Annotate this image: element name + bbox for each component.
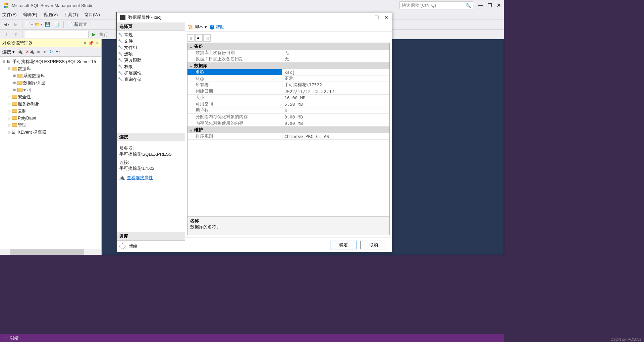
quick-launch-input[interactable]: 快速启动 (Ctrl+Q) 🔍 (399, 1, 473, 9)
script-button[interactable]: 📜脚本▾ (188, 24, 207, 30)
object-explorer-header: 对象资源管理器 ▾ 📌 ✕ (0, 39, 101, 47)
help-icon: ? (210, 25, 214, 30)
horizontal-scrollbar[interactable] (0, 249, 101, 255)
dialog-title-bar: 数据库属性 - xscj — ☐ ✕ (117, 12, 392, 22)
tree-databases[interactable]: ⊟数据库 (1, 65, 101, 72)
open-button[interactable]: 📂 (34, 20, 42, 29)
menu-tools[interactable]: 工具(T) (64, 12, 78, 18)
dialog-minimize-button[interactable]: — (365, 15, 369, 20)
page-filegroups[interactable]: 🔧文件组 (118, 44, 183, 51)
activity-icon[interactable]: 〰 (56, 49, 60, 54)
tree-management[interactable]: ⊞管理 (1, 121, 101, 129)
pin-icon[interactable]: 📌 (88, 41, 94, 46)
menu-view[interactable]: 视图(V) (43, 12, 58, 18)
execute-button[interactable]: ▶ (90, 31, 98, 39)
desc-text: 数据库的名称。 (190, 224, 387, 230)
save-button[interactable]: 💾 (44, 20, 52, 29)
prop-mem-used[interactable]: 内存优化对象使用的内存0.00 MB (187, 120, 389, 127)
page-change-tracking[interactable]: 🔧更改跟踪 (118, 57, 183, 63)
connect-button[interactable]: 连接 ▾ (2, 49, 15, 55)
tree-xevent[interactable]: ⊞⊡XEvent 探查器 (1, 129, 101, 136)
wrench-icon: 🔧 (118, 71, 123, 75)
menu-edit[interactable]: 编辑(E) (23, 12, 37, 18)
page-files[interactable]: 🔧文件 (118, 38, 183, 44)
filter-icon[interactable]: ▼ (42, 49, 47, 54)
tool-1[interactable]: ⬇ (2, 31, 10, 39)
page-options[interactable]: 🔧选项 (118, 51, 183, 57)
server-label: 服务器: (119, 145, 182, 151)
tree-replication[interactable]: ⊞复制 (1, 107, 101, 114)
prop-name[interactable]: 名称xscj (187, 69, 389, 76)
database-properties-dialog: 数据库属性 - xscj — ☐ ✕ 选择页 🔧常规 🔧文件 🔧文件组 🔧选项 … (116, 12, 392, 252)
categorized-button[interactable]: ⊞ (187, 34, 195, 42)
connect-icon[interactable]: 🔌 (17, 49, 23, 54)
tree-server-node[interactable]: ⊟🖥手可摘棉花\SQLEXPRESS (SQL Server 15 (1, 58, 101, 65)
object-explorer-panel: 对象资源管理器 ▾ 📌 ✕ 连接 ▾ 🔌 ✕🔌 ■ ▼ ↻ 〰 ⊟🖥手可摘棉花\… (0, 39, 102, 255)
back-button[interactable]: ◀ (2, 20, 10, 29)
tool-2[interactable]: ⬆ (12, 31, 20, 39)
group-backup[interactable]: ⌄备份 (187, 43, 389, 50)
status-bar: ▱ 就绪 (0, 334, 504, 342)
alphabetical-button[interactable]: A↓ (195, 34, 203, 42)
new-project-button[interactable]: 📄 (25, 20, 33, 29)
prop-created[interactable]: 创建日期2022/11/12 23:32:17 (187, 88, 389, 95)
minimize-button[interactable]: — (478, 2, 483, 8)
page-permissions[interactable]: 🔧权限 (118, 63, 183, 70)
help-button[interactable]: ?帮助 (210, 24, 224, 30)
prop-users[interactable]: 用户数4 (187, 107, 389, 114)
app-title: Microsoft SQL Server Management Studio (12, 3, 399, 8)
ok-button[interactable]: 确定 (330, 241, 357, 249)
prop-owner[interactable]: 所有者手可摘棉花\17522 (187, 82, 389, 88)
description-panel: 名称 数据库的名称。 (187, 216, 390, 235)
menu-window[interactable]: 窗口(W) (84, 12, 100, 18)
tree-system-databases[interactable]: ⊞系统数据库 (1, 72, 101, 79)
cancel-button[interactable]: 取消 (360, 241, 387, 249)
forward-button[interactable]: ▶ (12, 20, 20, 29)
dialog-maximize-button[interactable]: ☐ (375, 15, 379, 20)
tree-security[interactable]: ⊞安全性 (1, 93, 101, 100)
close-panel-icon[interactable]: ✕ (96, 41, 99, 46)
object-explorer-toolbar: 连接 ▾ 🔌 ✕🔌 ■ ▼ ↻ 〰 (0, 47, 101, 57)
page-extended-properties[interactable]: 🔧扩展属性 (118, 70, 183, 76)
svg-rect-3 (6, 6, 8, 8)
object-explorer-title: 对象资源管理器 (2, 40, 33, 46)
property-pages-button[interactable]: ▤ (203, 34, 211, 42)
dialog-buttons: 确定 取消 (185, 237, 392, 252)
save-all-button[interactable]: 📑 (53, 20, 61, 29)
new-query-button[interactable]: 📄 新建查 (66, 21, 89, 28)
property-grid-toolbar: ⊞ A↓ ▤ (187, 34, 390, 42)
prop-size[interactable]: 大小16.00 MB (187, 95, 389, 101)
prop-mem-alloc[interactable]: 分配给内存优化对象的内存0.00 MB (187, 114, 389, 120)
connection-header: 连接 (117, 133, 185, 141)
refresh-icon[interactable]: ↻ (49, 49, 53, 54)
menu-file[interactable]: 文件(F) (2, 12, 17, 18)
database-combo[interactable] (25, 31, 89, 38)
window-buttons: — ❐ ✕ (478, 2, 501, 8)
tree-server-objects[interactable]: ⊞服务器对象 (1, 100, 101, 107)
tree-database-snapshots[interactable]: ⊞数据库快照 (1, 79, 101, 86)
close-button[interactable]: ✕ (497, 2, 501, 8)
maximize-button[interactable]: ❐ (488, 2, 492, 8)
group-database[interactable]: ⌄数据库 (187, 62, 389, 69)
title-bar: Microsoft SQL Server Management Studio 快… (0, 0, 504, 10)
stop-icon[interactable]: ■ (37, 49, 40, 54)
wrench-icon: 🔧 (118, 52, 123, 56)
prop-collation[interactable]: 排序规则Chinese_PRC_CI_AS (187, 133, 389, 140)
prop-last-log-backup[interactable]: 数据库日志上次备份日期无 (187, 56, 389, 62)
progress-status: 就绪 (129, 243, 138, 249)
dialog-close-button[interactable]: ✕ (384, 15, 388, 20)
dropdown-icon[interactable]: ▾ (84, 41, 86, 46)
view-connection-link[interactable]: 🔌查看连接属性 (119, 175, 153, 181)
watermark: CSDN @TAO1031 (610, 337, 641, 341)
prop-status[interactable]: 状态正常 (187, 76, 389, 82)
disconnect-icon[interactable]: ✕🔌 (25, 49, 35, 54)
page-general[interactable]: 🔧常规 (118, 32, 183, 38)
prop-last-backup[interactable]: 数据库上次备份日期无 (187, 50, 389, 56)
tree-xscj-db[interactable]: ⊞xscj (1, 86, 101, 93)
group-maintenance[interactable]: ⌄维护 (187, 127, 389, 133)
tree-polybase[interactable]: ⊞PolyBase (1, 114, 101, 121)
wrench-icon: 🔧 (118, 64, 123, 69)
spinner-icon (119, 243, 125, 249)
page-query-store[interactable]: 🔧查询存储 (118, 76, 183, 83)
prop-available[interactable]: 可用空间5.58 MB (187, 101, 389, 107)
